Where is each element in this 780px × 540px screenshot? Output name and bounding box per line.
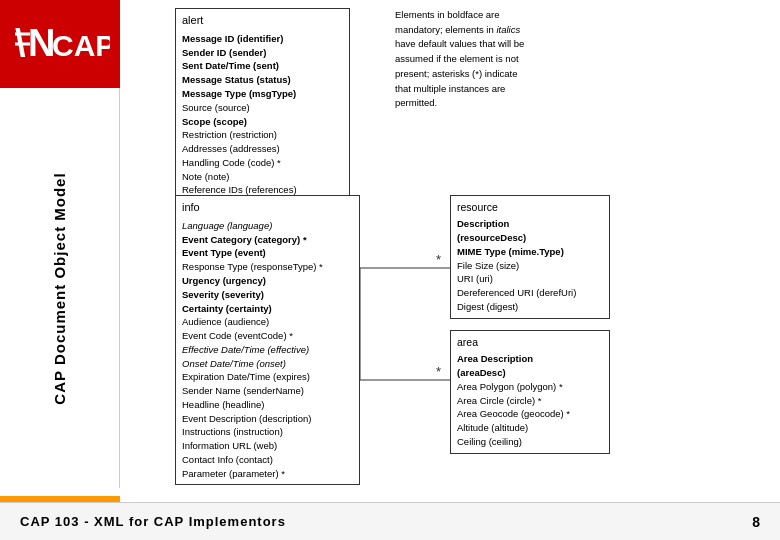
- side-label: CAP Document Object Model: [51, 172, 68, 404]
- footer-page: 8: [752, 514, 760, 530]
- resource-field-1: Description: [457, 217, 603, 231]
- info-field-18: Contact Info (contact): [182, 453, 353, 467]
- resource-field-2: (resourceDesc): [457, 231, 603, 245]
- resource-box: resource Description (resourceDesc) MIME…: [450, 195, 610, 319]
- notes-line1: Elements in boldface are: [395, 9, 500, 20]
- alert-field-2: Sender ID (sender): [182, 46, 343, 60]
- info-field-2: Event Category (category) *: [182, 233, 353, 247]
- alert-field-9: Addresses (addresses): [182, 142, 343, 156]
- footer: CAP 103 - XML for CAP Implementors 8: [0, 502, 780, 540]
- info-field-12: Expiration Date/Time (expires): [182, 370, 353, 384]
- info-box-title: info: [182, 200, 353, 216]
- diagram-content: * * * Elements in boldface are mandatory…: [120, 0, 780, 502]
- notes-line6: that multiple instances are: [395, 83, 505, 94]
- info-field-5: Urgency (urgency): [182, 274, 353, 288]
- area-field-2: (areaDesc): [457, 366, 603, 380]
- alert-field-6: Source (source): [182, 101, 343, 115]
- notes-box: Elements in boldface are mandatory; elem…: [395, 8, 580, 111]
- info-field-3: Event Type (event): [182, 246, 353, 260]
- area-field-1: Area Description: [457, 352, 603, 366]
- alert-field-7: Scope (scope): [182, 115, 343, 129]
- area-field-4: Area Circle (circle) *: [457, 394, 603, 408]
- info-field-4: Response Type (responseType) *: [182, 260, 353, 274]
- svg-text:*: *: [436, 364, 441, 379]
- info-field-16: Instructions (instruction): [182, 425, 353, 439]
- alert-field-3: Sent Date/Time (sent): [182, 59, 343, 73]
- alert-field-10: Handling Code (code) *: [182, 156, 343, 170]
- alert-field-8: Restriction (restriction): [182, 128, 343, 142]
- info-field-9: Event Code (eventCode) *: [182, 329, 353, 343]
- resource-field-4: File Size (size): [457, 259, 603, 273]
- area-box-title: area: [457, 335, 603, 350]
- info-field-1: Language (language): [182, 219, 353, 233]
- svg-text:CAP: CAP: [52, 29, 110, 62]
- area-box: area Area Description (areaDesc) Area Po…: [450, 330, 610, 454]
- alert-field-11: Note (note): [182, 170, 343, 184]
- info-field-19: Parameter (parameter) *: [182, 467, 353, 481]
- alert-box-title: alert: [182, 13, 343, 29]
- info-field-7: Certainty (certainty): [182, 302, 353, 316]
- info-field-14: Headline (headline): [182, 398, 353, 412]
- area-field-5: Area Geocode (geocode) *: [457, 407, 603, 421]
- footer-title: CAP 103 - XML for CAP Implementors: [20, 514, 286, 529]
- logo-svg: \ N CAP: [10, 14, 110, 74]
- alert-field-5: Message Type (msgType): [182, 87, 343, 101]
- alert-field-1: Message ID (identifier): [182, 32, 343, 46]
- info-field-11: Onset Date/Time (onset): [182, 357, 353, 371]
- notes-line2b: italics: [496, 24, 520, 35]
- notes-line2: mandatory; elements in: [395, 24, 494, 35]
- info-box: info Language (language) Event Category …: [175, 195, 360, 485]
- info-field-6: Severity (severity): [182, 288, 353, 302]
- resource-field-3: MIME Type (mime.Type): [457, 245, 603, 259]
- resource-field-7: Digest (digest): [457, 300, 603, 314]
- logo-container: \ N CAP: [0, 0, 120, 88]
- resource-box-title: resource: [457, 200, 603, 215]
- info-field-13: Sender Name (senderName): [182, 384, 353, 398]
- info-field-10: Effective Date/Time (effective): [182, 343, 353, 357]
- svg-text:*: *: [436, 252, 441, 267]
- resource-field-5: URI (uri): [457, 272, 603, 286]
- area-field-6: Altitude (altitude): [457, 421, 603, 435]
- notes-line3: have default values that will be: [395, 38, 524, 49]
- info-field-8: Audience (audience): [182, 315, 353, 329]
- alert-field-4: Message Status (status): [182, 73, 343, 87]
- area-field-3: Area Polygon (polygon) *: [457, 380, 603, 394]
- info-field-17: Information URL (web): [182, 439, 353, 453]
- alert-box: alert Message ID (identifier) Sender ID …: [175, 8, 350, 216]
- resource-field-6: Dereferenced URI (derefUri): [457, 286, 603, 300]
- side-label-container: CAP Document Object Model: [0, 88, 120, 488]
- notes-line4: assumed if the element is not: [395, 53, 519, 64]
- area-field-7: Ceiling (ceiling): [457, 435, 603, 449]
- notes-line5: present; asterisks (*) indicate: [395, 68, 518, 79]
- notes-line7: permitted.: [395, 97, 437, 108]
- info-field-15: Event Description (description): [182, 412, 353, 426]
